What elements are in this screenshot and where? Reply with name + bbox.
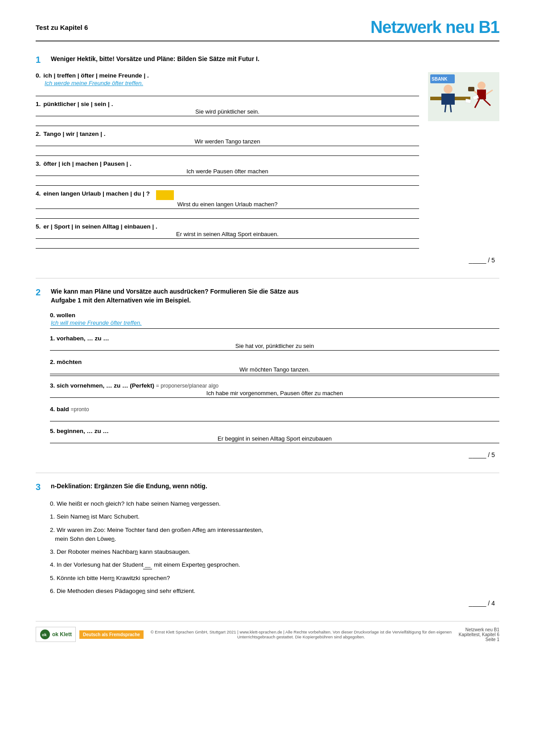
section1-item-1-answer: Sie wird pünktlicher sein. bbox=[36, 108, 419, 116]
section3-item-4: 4. In der Vorlesung hat der Student__ mi… bbox=[50, 560, 499, 569]
section2-item-4: 4. bald =pronto bbox=[50, 406, 499, 421]
section3-item-3-fill-1: n bbox=[135, 549, 138, 555]
svg-rect-16 bbox=[465, 99, 471, 103]
separator-1 bbox=[36, 278, 499, 278]
section-1-text: Weniger Hektik, bitte! Vorsätze und Plän… bbox=[51, 55, 259, 64]
section-3-exercises: 0. Wie heißt er noch gleich? Ich habe se… bbox=[50, 499, 499, 596]
item-4-num: 4. bbox=[36, 190, 41, 197]
svg-point-6 bbox=[477, 82, 486, 90]
footer-logos: ok ok Klett Deutsch als Fremdsprache bbox=[36, 627, 144, 642]
section-3: 3 n-Deklination: Ergänzen Sie die Endung… bbox=[36, 482, 499, 607]
book-title-main: Netzwerk neu bbox=[370, 18, 479, 37]
section1-item-2: 2. Tango | wir | tanzen | . Wir werden T… bbox=[36, 131, 419, 156]
section2-item-5-label: 5. beginnen, … zu … bbox=[50, 428, 499, 434]
section2-item-4-sublabel: =pronto bbox=[71, 406, 89, 413]
section3-item-5-fill-1: n bbox=[111, 575, 115, 581]
svg-text:ok: ok bbox=[42, 633, 47, 637]
section2-item-3-label: 3. sich vornehmen, … zu … (Perfekt) = pr… bbox=[50, 382, 499, 389]
section-1-exercises: 0. ich | treffen | öfter | meine Freunde… bbox=[36, 72, 419, 253]
svg-line-13 bbox=[445, 105, 446, 112]
bank-illustration: SBANK bbox=[428, 72, 499, 121]
footer-page: Seite 1 bbox=[459, 637, 499, 642]
section2-item-1-label: 1. vorhaben, … zu … bbox=[50, 335, 499, 342]
item-4-text: einen langen Urlaub | machen | du | ? bbox=[43, 190, 150, 197]
separator-2 bbox=[36, 473, 499, 473]
item-5-num: 5. bbox=[36, 223, 41, 230]
section2-item-2-label: 2. möchten bbox=[50, 359, 499, 365]
svg-text:SBANK: SBANK bbox=[432, 77, 448, 82]
section1-item-3-prompt: 3. öfter | ich | machen | Pausen | . bbox=[36, 160, 419, 167]
svg-point-4 bbox=[444, 85, 453, 94]
item-0-num: 0. bbox=[36, 72, 41, 79]
section-3-text: n-Deklination: Ergänzen Sie die Endung, … bbox=[51, 482, 207, 491]
klett-label: ok Klett bbox=[52, 631, 72, 637]
section-3-title: 3 n-Deklination: Ergänzen Sie die Endung… bbox=[36, 482, 499, 492]
item-2-num: 2. bbox=[36, 131, 41, 137]
section3-item-1: 1. Sein Namen ist Marc Schubert. bbox=[50, 512, 499, 521]
section1-item-0-answer: Ich werde meine Freunde öfter treffen. bbox=[45, 80, 419, 86]
section2-item-2: 2. möchten Wir möchten Tango tanzen. bbox=[50, 359, 499, 376]
section1-item-1-line bbox=[36, 117, 419, 126]
section2-item-0-answer: Ich will meine Freunde öfter treffen. bbox=[51, 319, 499, 326]
section2-item-1: 1. vorhaben, … zu … Sie hat vor, pünktli… bbox=[50, 335, 499, 352]
section3-item-2-fill-1: n bbox=[202, 527, 206, 533]
section3-item-5: 5. Könnte ich bitte Herrn Krawitzki spre… bbox=[50, 574, 499, 583]
yellow-highlight-box bbox=[156, 190, 174, 200]
section2-item-5-answer: Er beggint in seinen Alltag Sport einzub… bbox=[50, 435, 499, 443]
item-1-num: 1. bbox=[36, 101, 41, 107]
section-1-num: 1 bbox=[36, 55, 45, 65]
section1-item-4-line bbox=[36, 210, 419, 219]
section2-item-3: 3. sich vornehmen, … zu … (Perfekt) = pr… bbox=[50, 382, 499, 400]
svg-line-14 bbox=[450, 105, 451, 112]
section2-item-2-answer: Wir möchten Tango tanzen. bbox=[50, 366, 499, 374]
section3-item-6-fill-1: n bbox=[142, 588, 145, 594]
section1-item-3-line bbox=[36, 177, 419, 186]
section-2-title: 2 Wie kann man Pläne und Vorsätze auch a… bbox=[36, 287, 499, 305]
section-1-score: _____ / 5 bbox=[36, 257, 499, 264]
item-2-text: Tango | wir | tanzen | . bbox=[43, 131, 105, 137]
item-1-text: pünktlicher | sie | sein | . bbox=[43, 101, 113, 107]
section1-item-4-prompt: 4. einen langen Urlaub | machen | du | ? bbox=[36, 190, 419, 200]
section-3-score: _____ / 4 bbox=[36, 600, 499, 607]
svg-rect-5 bbox=[441, 94, 455, 105]
section-1-content: 0. ich | treffen | öfter | meine Freunde… bbox=[36, 72, 499, 253]
section-2-exercises: 0. wollen Ich will meine Freunde öfter t… bbox=[50, 312, 499, 445]
section1-item-0-prompt: 0. ich | treffen | öfter | meine Freunde… bbox=[36, 72, 419, 79]
section3-item-4-blank-1: __ bbox=[143, 561, 152, 569]
section-3-num: 3 bbox=[36, 482, 45, 492]
section2-item-3-answer: Ich habe mir vorgenommen, Pausen öfter z… bbox=[50, 390, 499, 398]
footer-copyright: © Ernst Klett Sprachen GmbH, Stuttgart 2… bbox=[149, 629, 453, 639]
section1-item-2-answer: Wir werden Tango tanzen bbox=[36, 138, 419, 146]
section1-item-2-prompt: 2. Tango | wir | tanzen | . bbox=[36, 131, 419, 137]
section1-item-5-line bbox=[36, 240, 419, 249]
section1-item-5-prompt: 5. er | Sport | in seinen Alltag | einba… bbox=[36, 223, 419, 230]
section1-item-3-answer: Ich werde Pausen öfter machen bbox=[36, 168, 419, 176]
section3-item-2: 2. Wir waren im Zoo: Meine Tochter fand … bbox=[50, 526, 499, 544]
footer-chapter: Kapiteltest, Kapitel 6 bbox=[459, 632, 499, 637]
section-2-score: _____ / 5 bbox=[36, 451, 499, 458]
header-left: Test zu Kapitel 6 bbox=[36, 24, 88, 31]
page-header: Test zu Kapitel 6 Netzwerk neu B1 bbox=[36, 18, 499, 41]
section1-item-4-answer: Wirst du einen langen Urlaub machen? bbox=[36, 201, 419, 209]
item-5-text: er | Sport | in seinen Alltag | einbauen… bbox=[43, 223, 157, 230]
section-1: 1 Weniger Hektik, bitte! Vorsätze und Pl… bbox=[36, 55, 499, 264]
section2-item-4-answer-line bbox=[50, 413, 499, 421]
section-2: 2 Wie kann man Pläne und Vorsätze auch a… bbox=[36, 287, 499, 458]
section1-item-1-prompt: 1. pünktlicher | sie | sein | . bbox=[36, 101, 419, 107]
section3-item-0-fill-1: n bbox=[186, 501, 189, 507]
header-right: Netzwerk neu B1 bbox=[370, 18, 499, 37]
page-footer: ok ok Klett Deutsch als Fremdsprache © E… bbox=[36, 621, 499, 642]
section2-item-5: 5. beginnen, … zu … Er beggint in seinen… bbox=[50, 428, 499, 445]
section2-item-3-sublabel: = proponerse/planear algo bbox=[156, 383, 218, 389]
section3-item-0: 0. Wie heißt er noch gleich? Ich habe se… bbox=[50, 499, 499, 508]
section3-item-6: 6. Die Methoden dieses Pädagogen sind se… bbox=[50, 587, 499, 596]
section3-item-2-fill-2: n bbox=[111, 536, 115, 542]
section3-item-3: 3. Der Roboter meines Nachbarn kann stau… bbox=[50, 548, 499, 556]
section1-item-5: 5. er | Sport | in seinen Alltag | einba… bbox=[36, 223, 419, 249]
footer-book-info: Netzwerk neu B1 Kapiteltest, Kapitel 6 S… bbox=[459, 627, 499, 642]
section2-item-0-label: 0. wollen bbox=[50, 312, 499, 319]
item-3-text: öfter | ich | machen | Pausen | . bbox=[43, 160, 131, 167]
section1-item-1: 1. pünktlicher | sie | sein | . Sie wird… bbox=[36, 101, 419, 126]
section1-item-3: 3. öfter | ich | machen | Pausen | . Ich… bbox=[36, 160, 419, 186]
section-1-title: 1 Weniger Hektik, bitte! Vorsätze und Pl… bbox=[36, 55, 499, 65]
